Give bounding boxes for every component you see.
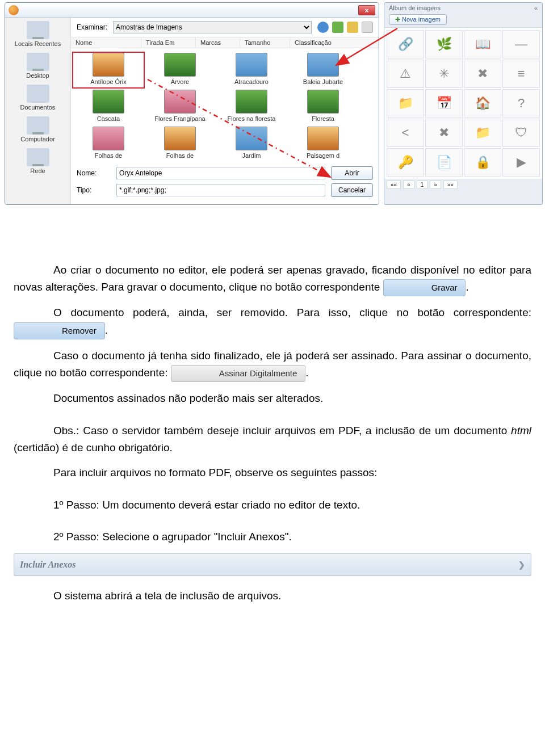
album-icon[interactable]: 🔑 [387, 148, 424, 177]
file-item[interactable]: Floresta [288, 90, 358, 124]
sidebar-item-computer[interactable]: Computador [5, 115, 70, 147]
album-icon[interactable]: 🛡 [502, 119, 540, 147]
album-title: Álbum de imagens« [384, 3, 542, 13]
album-icon[interactable]: 🌿 [425, 30, 463, 58]
file-open-dialog: × Locais Recentes Desktop Documentos Com… [5, 2, 379, 205]
filename-input[interactable] [116, 167, 325, 179]
name-label: Nome: [77, 169, 111, 177]
new-image-button[interactable]: Nova imagem [389, 14, 447, 25]
album-icon[interactable]: 📁 [387, 89, 424, 117]
album-icon[interactable]: ✖ [464, 60, 501, 88]
gravar-button[interactable]: Gravar [383, 279, 466, 296]
album-icon[interactable]: 📅 [425, 89, 463, 117]
toolbar-icons [317, 22, 373, 33]
type-label: Tipo: [77, 186, 111, 194]
document-body: Ao criar o documento no editor, ele pode… [0, 205, 545, 636]
dialog-titlebar: × [5, 3, 379, 18]
file-grid: Antílope ÓrixÁrvoreAtracadouroBaleia Jub… [71, 48, 379, 162]
examine-label: Examinar: [77, 23, 107, 31]
file-item[interactable]: Folhas de [145, 127, 215, 161]
file-item[interactable]: Árvore [145, 53, 215, 87]
file-item[interactable]: Cascata [73, 90, 144, 124]
close-button[interactable]: × [358, 5, 375, 15]
file-item[interactable]: Flores Frangipana [145, 90, 215, 124]
firefox-icon [9, 5, 19, 15]
album-icon[interactable]: 🔗 [387, 30, 424, 58]
album-icon[interactable]: 📖 [464, 30, 501, 58]
album-icon[interactable]: ✖ [425, 119, 463, 147]
file-item[interactable]: Antílope Órix [73, 53, 144, 87]
sidebar-item-recent[interactable]: Locais Recentes [5, 20, 70, 52]
open-button[interactable]: Abrir [331, 166, 373, 180]
folder-icon[interactable] [347, 22, 358, 33]
album-icon[interactable]: 🏠 [464, 89, 501, 117]
folder-select[interactable]: Amostras de Imagens [113, 21, 312, 33]
up-icon[interactable] [332, 22, 343, 33]
view-icon[interactable] [362, 22, 373, 33]
album-icon[interactable]: 🔒 [464, 148, 501, 177]
album-icon[interactable]: < [387, 119, 424, 147]
incluir-anexos-bar[interactable]: Incluir Anexos [14, 553, 531, 576]
sidebar-item-documents[interactable]: Documentos [5, 83, 70, 115]
back-icon[interactable] [317, 22, 329, 33]
album-icon[interactable]: — [502, 30, 540, 58]
remover-button[interactable]: Remover [14, 322, 105, 339]
album-grid: 🔗🌿📖—⚠✳✖≡📁📅🏠?<✖📁🛡🔑📄🔒▶ [384, 27, 542, 179]
album-icon[interactable]: ? [502, 89, 540, 117]
file-item[interactable]: Atracadouro [216, 53, 287, 87]
album-pager[interactable]: «««1»»» [384, 179, 542, 191]
cancel-button[interactable]: Cancelar [331, 183, 373, 197]
file-item[interactable]: Paisagem d [288, 127, 358, 161]
column-headers: Nome Tirada Em Marcas Tamanho Classifica… [71, 37, 379, 48]
album-icon[interactable]: ⚠ [387, 60, 424, 88]
image-album-panel: Álbum de imagens« Nova imagem 🔗🌿📖—⚠✳✖≡📁📅… [384, 2, 543, 205]
album-icon[interactable]: 📄 [425, 148, 463, 177]
sidebar-item-network[interactable]: Rede [5, 147, 70, 179]
file-item[interactable]: Baleia Jubarte [288, 53, 358, 87]
filetype-input[interactable] [116, 184, 325, 196]
album-icon[interactable]: ✳ [425, 60, 463, 88]
places-sidebar: Locais Recentes Desktop Documentos Compu… [5, 18, 71, 204]
file-item[interactable]: Folhas de [73, 127, 144, 161]
album-icon[interactable]: ▶ [502, 148, 540, 177]
assinar-button[interactable]: Assinar Digitalmente [171, 365, 306, 382]
album-icon[interactable]: 📁 [464, 119, 501, 147]
album-icon[interactable]: ≡ [502, 60, 540, 88]
sidebar-item-desktop[interactable]: Desktop [5, 52, 70, 83]
file-item[interactable]: Flores na floresta [216, 90, 287, 124]
file-item[interactable]: Jardim [216, 127, 287, 161]
